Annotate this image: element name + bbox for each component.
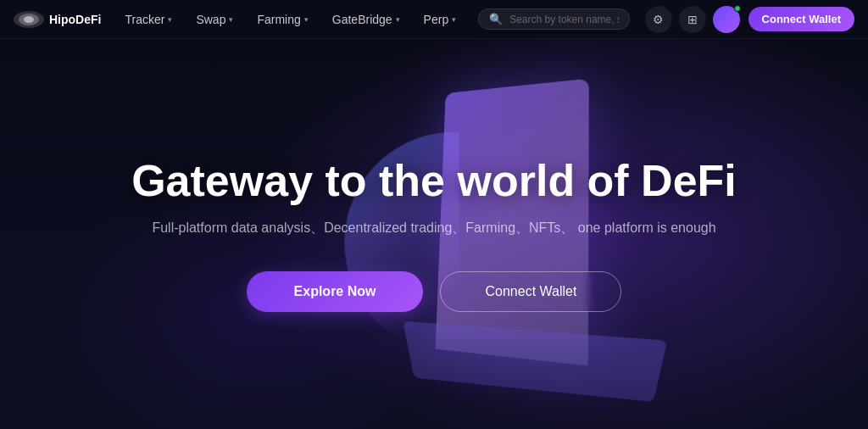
search-icon: 🔍 — [489, 13, 503, 25]
explore-now-button[interactable]: Explore Now — [247, 271, 424, 312]
nav-item-tracker[interactable]: Tracker ▾ — [114, 8, 182, 31]
chevron-down-icon: ▾ — [396, 15, 400, 24]
settings-button[interactable]: ⚙ — [645, 6, 672, 33]
hero-connect-wallet-button[interactable]: Connect Wallet — [440, 271, 621, 312]
avatar-button[interactable] — [713, 6, 740, 33]
grid-button[interactable]: ⊞ — [679, 6, 706, 33]
navbar: HipoDeFi Tracker ▾ Swap ▾ Farming ▾ Gate… — [0, 0, 868, 39]
nav-item-farming[interactable]: Farming ▾ — [247, 8, 318, 31]
nav-icons: ⚙ ⊞ — [645, 6, 740, 33]
logo-icon — [14, 8, 44, 31]
search-bar[interactable]: 🔍 — [478, 8, 629, 30]
nav-item-swap[interactable]: Swap ▾ — [186, 8, 243, 31]
logo[interactable]: HipoDeFi — [14, 8, 101, 31]
search-input[interactable] — [509, 14, 618, 25]
hero-section: Gateway to the world of DeFi Full-platfo… — [0, 39, 868, 429]
chevron-down-icon: ▾ — [304, 15, 309, 24]
chevron-down-icon: ▾ — [168, 15, 172, 24]
logo-text: HipoDeFi — [49, 13, 101, 26]
hero-subtitle: Full-platform data analysis、Decentralize… — [131, 220, 737, 237]
nav-item-perp[interactable]: Perp ▾ — [414, 8, 467, 31]
online-dot — [734, 5, 741, 12]
hero-title: Gateway to the world of DeFi — [131, 156, 737, 207]
hero-content: Gateway to the world of DeFi Full-platfo… — [97, 156, 771, 313]
hero-buttons: Explore Now Connect Wallet — [131, 271, 737, 312]
svg-point-2 — [24, 16, 34, 23]
chevron-down-icon: ▾ — [229, 15, 233, 24]
connect-wallet-button[interactable]: Connect Wallet — [748, 7, 854, 31]
nav-item-gatebridge[interactable]: GateBridge ▾ — [322, 8, 410, 31]
chevron-down-icon: ▾ — [452, 15, 456, 24]
